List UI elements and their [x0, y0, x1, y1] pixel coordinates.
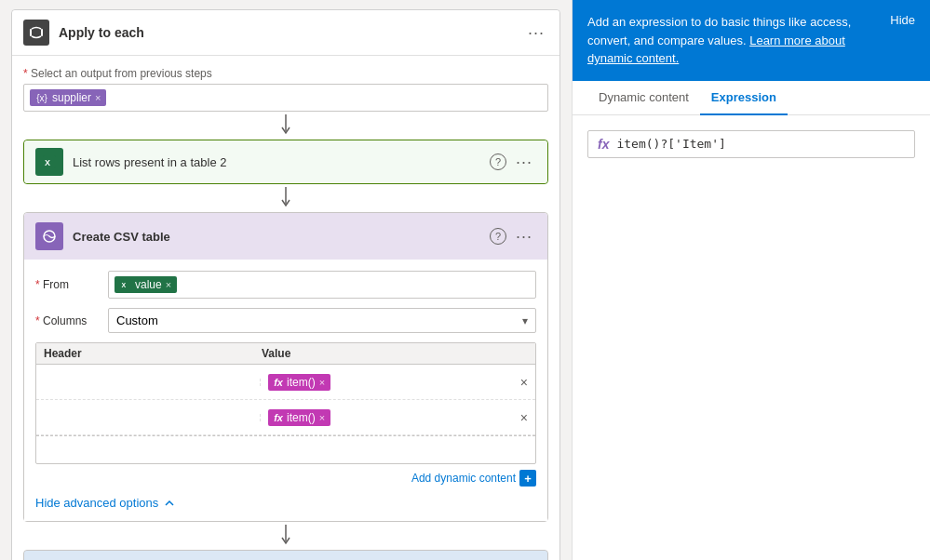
csv-icon — [35, 222, 63, 250]
svg-text:X: X — [122, 282, 127, 288]
tab-dynamic-content[interactable]: Dynamic content — [587, 81, 700, 115]
tag-fx-icon: {x} — [35, 91, 48, 104]
apply-to-each-content: * Select an output from previous steps {… — [12, 56, 559, 560]
left-panel: Apply to each ··· * Select an output fro… — [0, 0, 572, 560]
columns-table-header: Header Value — [36, 343, 535, 365]
select-output-input[interactable]: {x} supplier × — [23, 84, 548, 112]
arrow-3 — [23, 522, 548, 550]
from-label: * From — [35, 278, 101, 291]
row1-fx-tag: fx item() × — [268, 374, 330, 391]
list-rows-block: X List rows present in a table 2 ? ··· — [23, 140, 548, 184]
row1-header-cell[interactable] — [36, 379, 261, 386]
row1-value-cell: fx item() × × — [261, 370, 535, 394]
arrow-2 — [23, 184, 548, 212]
row2-value: item() — [287, 411, 316, 424]
csv-table-icon — [41, 228, 58, 245]
columns-table: Header Value fx item() × — [35, 342, 536, 464]
value-tag: X value × — [115, 276, 177, 293]
list-rows-icon: X — [35, 148, 63, 176]
csv-block-title: Create CSV table — [73, 230, 490, 244]
from-tag-input[interactable]: X value × — [108, 271, 536, 299]
hide-advanced-button[interactable]: Hide advanced options — [35, 487, 536, 510]
arrow-1 — [23, 112, 548, 140]
table-row: fx item() × × — [36, 400, 535, 435]
list-rows-more[interactable]: ··· — [512, 151, 536, 174]
row2-value-close[interactable]: × — [319, 412, 325, 423]
add-dynamic-plus-icon: + — [519, 470, 536, 487]
row1-delete[interactable]: × — [520, 375, 528, 390]
info-hide-button[interactable]: Hide — [890, 13, 915, 27]
excel-small-icon: X — [120, 279, 131, 290]
from-row: * From X value — [35, 271, 536, 299]
apply-to-each-more[interactable]: ··· — [524, 21, 548, 45]
add-row[interactable] — [36, 435, 535, 463]
right-panel: Add an expression to do basic things lik… — [572, 0, 930, 560]
csv-block-content: * From X value — [24, 260, 547, 521]
columns-row: * Columns Custom ▾ — [35, 308, 536, 333]
columns-input[interactable]: Custom ▾ — [108, 308, 536, 333]
row2-header-cell[interactable] — [36, 414, 261, 421]
supplier-tag-close[interactable]: × — [95, 92, 101, 103]
csv-block: Create CSV table ? ··· * From — [23, 212, 548, 522]
columns-label: * Columns — [35, 314, 101, 327]
send-email-header: Send an email (V2) ? ··· — [24, 551, 547, 560]
down-arrow-icon — [280, 114, 291, 137]
columns-dropdown[interactable]: Custom ▾ — [108, 308, 536, 333]
row2-fx-tag: fx item() × — [268, 409, 330, 426]
csv-more[interactable]: ··· — [512, 225, 536, 248]
row1-value: item() — [287, 376, 316, 389]
chevron-up-icon — [164, 498, 175, 509]
row1-value-close[interactable]: × — [319, 377, 325, 388]
from-input[interactable]: X value × — [108, 271, 536, 299]
apply-to-each-icon — [23, 20, 49, 46]
row2-delete[interactable]: × — [520, 410, 528, 425]
tabs-row: Dynamic content Expression — [573, 81, 930, 115]
row2-value-cell: fx item() × × — [261, 406, 535, 430]
hide-advanced-label: Hide advanced options — [35, 496, 158, 510]
svg-rect-1 — [41, 29, 43, 36]
dropdown-arrow-icon: ▾ — [522, 314, 528, 327]
tab-expression[interactable]: Expression — [700, 81, 788, 115]
value-column-label: Value — [262, 347, 528, 360]
table-row: fx item() × × — [36, 365, 535, 400]
fx-symbol-1: fx — [274, 377, 283, 388]
down-arrow-2-icon — [280, 187, 291, 209]
fx-symbol-2: fx — [274, 412, 283, 423]
add-dynamic-button[interactable]: Add dynamic content + — [35, 464, 536, 487]
svg-text:X: X — [45, 158, 50, 167]
svg-rect-0 — [30, 29, 32, 36]
header-column-label: Header — [44, 347, 262, 360]
loop-icon — [29, 25, 44, 40]
expression-input-row[interactable]: fx item()?['Item'] — [587, 130, 915, 158]
csv-block-header: Create CSV table ? ··· — [24, 213, 547, 260]
send-email-block: Send an email (V2) ? ··· — [23, 550, 548, 560]
apply-to-each-header: Apply to each ··· — [12, 10, 559, 56]
value-tag-close[interactable]: × — [166, 279, 171, 290]
select-output-label: * Select an output from previous steps — [23, 67, 548, 80]
expression-value[interactable]: item()?['Item'] — [616, 137, 725, 151]
list-rows-title: List rows present in a table 2 — [73, 155, 490, 169]
down-arrow-3-icon — [280, 525, 291, 547]
expression-area: fx item()?['Item'] — [573, 115, 930, 561]
info-box: Add an expression to do basic things lik… — [573, 0, 930, 81]
expression-fx-icon: fx — [598, 137, 609, 152]
supplier-tag: {x} supplier × — [30, 89, 106, 106]
apply-to-each-title: Apply to each — [59, 25, 524, 40]
info-box-text: Add an expression to do basic things lik… — [587, 13, 881, 68]
list-rows-help[interactable]: ? — [490, 153, 506, 170]
add-dynamic-label: Add dynamic content — [411, 472, 516, 485]
list-rows-header: X List rows present in a table 2 ? ··· — [24, 140, 547, 183]
apply-to-each-block: Apply to each ··· * Select an output fro… — [11, 9, 560, 560]
excel-icon: X — [41, 153, 58, 170]
csv-help[interactable]: ? — [490, 228, 506, 245]
